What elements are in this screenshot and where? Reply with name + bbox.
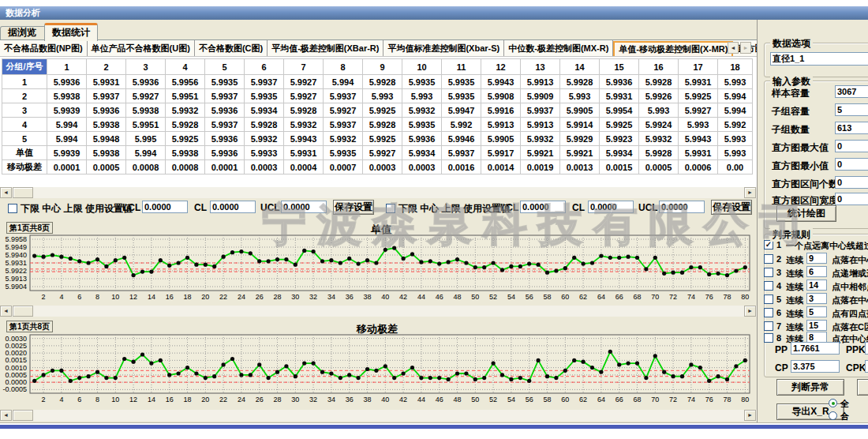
cpk-value-field[interactable] xyxy=(865,360,868,373)
save-settings-button[interactable]: 保存设置 xyxy=(333,200,374,215)
bottom-divider xyxy=(0,422,868,423)
grid-cell: 5.9928 xyxy=(363,118,402,132)
save-settings-button[interactable]: 保存设置 xyxy=(711,200,752,215)
rule-checkbox[interactable] xyxy=(764,333,773,343)
chart1-scroll-thumb[interactable] xyxy=(13,306,33,317)
rule-count-field[interactable] xyxy=(806,320,827,331)
svg-text:36: 36 xyxy=(346,396,354,403)
limit-checkbox[interactable] xyxy=(8,204,17,213)
grid-row-label: 5 xyxy=(2,132,47,146)
svg-text:22: 22 xyxy=(219,396,227,403)
chart-type-tab-4[interactable]: 平均值标准差控制图(Xbar-S) xyxy=(383,40,504,57)
tabstrip-scroll-left-icon[interactable]: ◄ xyxy=(728,42,739,54)
param-field[interactable] xyxy=(835,85,868,98)
svg-text:56: 56 xyxy=(526,293,533,301)
grid-cell: 5.9938 xyxy=(87,146,126,160)
chart1-scroll-left-icon[interactable]: ◄ xyxy=(0,306,12,317)
grid-cell: 0.0001 xyxy=(47,160,87,174)
cl-field[interactable] xyxy=(210,201,256,213)
svg-text:18: 18 xyxy=(183,293,191,301)
chart2-scroll-right-icon[interactable]: ► xyxy=(744,410,756,421)
ucl-field[interactable] xyxy=(281,201,327,213)
chart-type-tab-1[interactable]: 单位产品不合格数图(U图) xyxy=(88,40,195,57)
rule-checkbox[interactable] xyxy=(764,308,773,317)
rule-count-field[interactable] xyxy=(806,293,827,304)
chart-type-tab-2[interactable]: 不合格数图(C图) xyxy=(195,40,268,57)
limit-checkbox[interactable] xyxy=(386,204,395,213)
grid-cell: 5.9935 xyxy=(205,75,245,89)
chart2-hscrollbar[interactable] xyxy=(0,410,757,421)
chart-type-tab-0[interactable]: 不合格品数图(NP图) xyxy=(0,40,88,57)
grid-scroll-right-icon[interactable]: ► xyxy=(744,187,756,198)
grid-cell: 0.0003 xyxy=(363,160,402,174)
svg-text:6: 6 xyxy=(77,396,81,403)
rule-count-field[interactable] xyxy=(806,266,827,277)
param-field[interactable] xyxy=(835,176,868,189)
grid-scroll-thumb[interactable] xyxy=(13,187,33,198)
tabstrip-scroll-right-icon[interactable]: ► xyxy=(740,42,751,54)
svg-text:2: 2 xyxy=(42,396,46,403)
grid-cell: 5.9938 xyxy=(47,89,87,103)
param-field[interactable] xyxy=(835,140,868,152)
ppk-label: PPK xyxy=(846,344,866,355)
grid-scroll-left-icon[interactable]: ◄ xyxy=(0,187,12,198)
chart-type-tab-5[interactable]: 中位数-极差控制图(MX-R) xyxy=(504,40,613,57)
chart-type-tab-3[interactable]: 平均值-极差控制图(XBar-R) xyxy=(268,40,383,57)
cp-value-field[interactable] xyxy=(791,360,840,373)
grid-cell: 5.9932 xyxy=(284,118,324,132)
rule-checkbox[interactable] xyxy=(764,321,773,331)
param-field[interactable] xyxy=(835,193,868,205)
grid-cell: 5.9905 xyxy=(560,103,600,118)
grid-col-header: 8 xyxy=(324,59,363,75)
rule-number: 5 xyxy=(776,295,781,304)
save-clipped-button[interactable]: 保 xyxy=(857,379,868,396)
rule-checkbox[interactable] xyxy=(764,254,773,264)
rule-number: 8 xyxy=(776,333,781,343)
rule-count-field[interactable] xyxy=(806,280,827,291)
tab-data-statistics[interactable]: 数据统计 xyxy=(44,23,98,41)
pp-value-field[interactable] xyxy=(791,342,840,355)
radio-alt-label: 合 xyxy=(840,411,849,422)
rule-checkbox[interactable] xyxy=(764,281,773,291)
rules-title: 判异规则 xyxy=(770,228,813,242)
svg-text:16: 16 xyxy=(166,293,174,301)
ucl-field[interactable] xyxy=(659,201,705,213)
grid-cell: 0.0008 xyxy=(166,160,205,174)
grid-cell: 5.9936 xyxy=(47,75,87,89)
statistics-plot-button[interactable]: 统计绘图 xyxy=(776,205,836,222)
lcl-field[interactable] xyxy=(520,201,566,213)
chart-type-tab-6[interactable]: 单值-移动极差控制图(X-MR) xyxy=(613,41,733,57)
svg-text:30: 30 xyxy=(291,293,299,301)
radio-alt[interactable] xyxy=(829,411,837,420)
rule-count-field[interactable] xyxy=(806,306,827,317)
svg-text:40: 40 xyxy=(381,293,389,301)
chart1-hscrollbar[interactable] xyxy=(0,306,757,317)
param-field[interactable] xyxy=(835,158,868,171)
svg-text:5.9931: 5.9931 xyxy=(5,259,27,267)
grid-cell: 0.0013 xyxy=(560,160,600,174)
grid-col-header: 9 xyxy=(363,59,402,75)
data-options-combo[interactable] xyxy=(770,52,868,66)
param-label: 子组数量 xyxy=(772,123,810,137)
param-field[interactable] xyxy=(835,122,868,134)
rule-count-field[interactable] xyxy=(806,332,827,343)
ppk-value-field[interactable] xyxy=(865,342,868,355)
grid-cell: 5.9925 xyxy=(363,103,402,118)
judge-anomaly-button[interactable]: 判断异常 xyxy=(776,379,844,396)
radio-all[interactable] xyxy=(829,399,837,407)
grid-cell: 5.9917 xyxy=(481,146,521,160)
param-field[interactable] xyxy=(835,103,868,116)
chart1-scroll-right-icon[interactable]: ► xyxy=(744,306,756,317)
rule-checkbox[interactable] xyxy=(764,268,773,277)
rule-checkbox[interactable] xyxy=(764,295,773,304)
grid-hscrollbar[interactable] xyxy=(0,187,757,198)
rule-count-field[interactable] xyxy=(806,253,827,264)
chart2-scroll-thumb[interactable] xyxy=(13,410,33,421)
svg-text:10: 10 xyxy=(111,293,119,301)
svg-text:14: 14 xyxy=(148,396,155,403)
lcl-field[interactable] xyxy=(142,201,188,213)
grid-cell: 5.9924 xyxy=(639,118,679,132)
cl-field[interactable] xyxy=(588,201,634,213)
chart2-scroll-left-icon[interactable]: ◄ xyxy=(0,410,12,421)
grid-cell: 5.9936 xyxy=(87,103,126,118)
